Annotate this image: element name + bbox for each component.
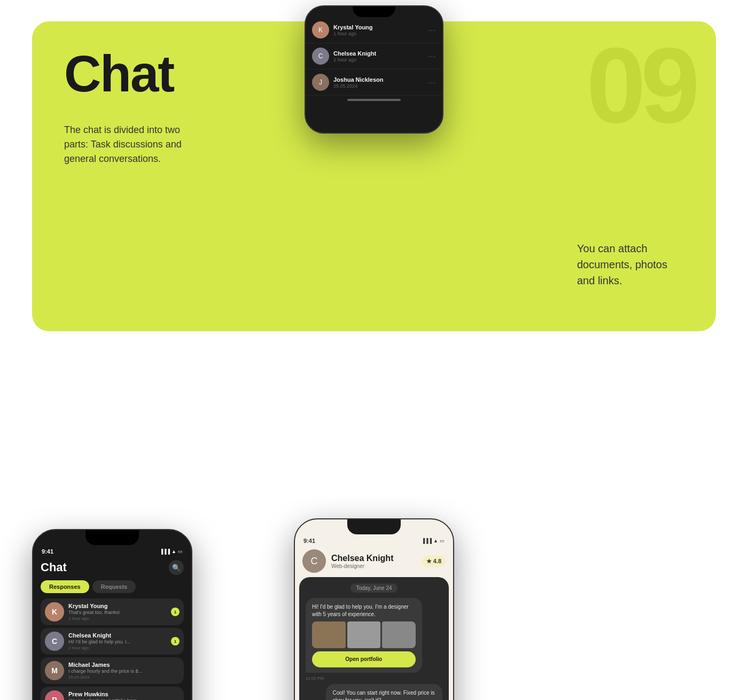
status-bar-center: 9:41 ▐▐▐ ▲ ▭ bbox=[295, 534, 453, 545]
more-icon[interactable]: ··· bbox=[428, 26, 436, 34]
chat-item-info: Michael James I charge hourly and the pr… bbox=[68, 662, 180, 680]
signal-icon: ▐▐▐ bbox=[422, 538, 432, 543]
rating-badge: ★ 4.8 bbox=[422, 556, 446, 567]
message-sent-0: Cool! You can start right now. Fixed pri… bbox=[306, 684, 442, 700]
contact-time: 1 hour ago bbox=[333, 31, 373, 36]
notch-center bbox=[347, 519, 401, 534]
conv-header: C Chelsea Knight Web-designer ★ 4.8 bbox=[295, 545, 453, 577]
phone-chat-list: 9:41 ▐▐▐ ▲ ▭ Chat 🔍 Responses Requests bbox=[32, 529, 192, 700]
tab-row: Responses Requests bbox=[41, 580, 184, 593]
more-icon[interactable]: ··· bbox=[428, 78, 436, 87]
battery-icon: ▭ bbox=[440, 538, 445, 543]
rating-value: 4.8 bbox=[433, 558, 441, 564]
portfolio-img-3 bbox=[382, 621, 416, 648]
message-bubble-sent: Cool! You can start right now. Fixed pri… bbox=[326, 684, 442, 700]
phone-top: K Krystal Young 1 hour ago ··· C Chelsea… bbox=[305, 5, 443, 134]
chat-item-msg: I charge hourly and the price is $... bbox=[68, 668, 180, 674]
wifi-icon: ▲ bbox=[172, 549, 176, 554]
portfolio-img-2 bbox=[347, 621, 381, 648]
chat-item-1[interactable]: C Chelsea Knight Hi! I'd be glad to help… bbox=[41, 628, 184, 655]
green-card: Chat The chat is divided into two parts:… bbox=[32, 21, 716, 331]
chat-screen-header: Chat 🔍 bbox=[41, 560, 184, 575]
chat-item-msg: You can check my portfolio here bbox=[68, 698, 180, 700]
battery-icon: ▭ bbox=[178, 549, 183, 554]
mini-contact-1: K Krystal Young 1 hour ago ··· bbox=[306, 17, 442, 43]
avatar: C bbox=[312, 48, 329, 65]
wifi-icon: ▲ bbox=[433, 538, 438, 543]
mini-contact-2: C Chelsea Knight 2 hour ago ··· bbox=[306, 43, 442, 69]
chat-item-name: Chelsea Knight bbox=[68, 632, 167, 639]
chat-item-info: Chelsea Knight Hi! I'd be glad to help y… bbox=[68, 632, 167, 650]
chat-item-name: Prew Huwkins bbox=[68, 691, 180, 697]
message-time: 12:00 PM bbox=[306, 676, 442, 681]
attach-description: You can attach documents, photos and lin… bbox=[577, 240, 684, 289]
chat-item-msg: Hi! I'd be glad to help you. I... bbox=[68, 639, 167, 644]
tab-responses[interactable]: Responses bbox=[41, 580, 89, 593]
search-button[interactable]: 🔍 bbox=[169, 560, 184, 575]
message-text: Hi! I'd be glad to help you. I'm a desig… bbox=[312, 604, 409, 617]
status-bar-left: 9:41 ▐▐▐ ▲ ▭ bbox=[33, 545, 191, 556]
open-portfolio-button[interactable]: Open portfolio bbox=[312, 651, 416, 667]
more-icon[interactable]: ··· bbox=[428, 52, 436, 60]
message-text: Cool! You can start right now. Fixed pri… bbox=[332, 690, 434, 700]
messages-area: Today, June 24 Hi! I'd be glad to help y… bbox=[299, 577, 449, 700]
contact-name: Chelsea Knight bbox=[333, 50, 376, 57]
page-subtitle: The chat is divided into two parts: Task… bbox=[64, 123, 192, 166]
chat-item-3[interactable]: P Prew Huwkins You can check my portfoli… bbox=[41, 687, 184, 700]
page-wrapper: Chat The chat is divided into two parts:… bbox=[0, 0, 748, 700]
chat-item-time: 25.05.2024 bbox=[68, 675, 180, 680]
avatar: K bbox=[312, 21, 329, 38]
notch-left bbox=[85, 530, 139, 545]
conv-avatar: C bbox=[302, 549, 326, 573]
avatar: J bbox=[312, 74, 329, 91]
avatar: M bbox=[45, 661, 64, 680]
chat-item-time: 1 hour ago bbox=[68, 616, 167, 621]
bottom-area: 9:41 ▐▐▐ ▲ ▭ Chat 🔍 Responses Requests bbox=[0, 379, 748, 700]
conv-name: Chelsea Knight bbox=[331, 554, 393, 563]
page-title: Chat bbox=[64, 48, 174, 99]
chat-screen: Chat 🔍 Responses Requests K Krystal Youn… bbox=[33, 556, 191, 700]
chat-item-0[interactable]: K Krystal Young That's great too, thanks… bbox=[41, 598, 184, 625]
status-icons: ▐▐▐ ▲ ▭ bbox=[422, 538, 445, 543]
contact-time: 25.05.2024 bbox=[333, 83, 384, 89]
chat-item-name: Michael James bbox=[68, 662, 180, 668]
unread-badge: 1 bbox=[171, 608, 180, 616]
chat-item-info: Prew Huwkins You can check my portfolio … bbox=[68, 691, 180, 700]
conv-role: Web-designer bbox=[331, 563, 393, 569]
status-time: 9:41 bbox=[303, 538, 315, 544]
chat-screen-title: Chat bbox=[41, 561, 67, 574]
chat-item-2[interactable]: M Michael James I charge hourly and the … bbox=[41, 657, 184, 684]
conv-contact-info: Chelsea Knight Web-designer bbox=[331, 554, 393, 569]
signal-icon: ▐▐▐ bbox=[160, 549, 170, 554]
avatar: K bbox=[45, 602, 64, 621]
status-icons: ▐▐▐ ▲ ▭ bbox=[160, 549, 183, 554]
contact-time: 2 hour ago bbox=[333, 57, 376, 63]
phone-conversation: 9:41 ▐▐▐ ▲ ▭ C Chelsea Knight Web-design… bbox=[294, 518, 454, 700]
notch-top bbox=[353, 6, 395, 17]
home-indicator bbox=[347, 99, 401, 101]
contact-name: Krystal Young bbox=[333, 24, 373, 30]
portfolio-img-1 bbox=[312, 621, 346, 648]
avatar: C bbox=[45, 632, 64, 651]
message-bubble: Hi! I'd be glad to help you. I'm a desig… bbox=[306, 598, 422, 673]
chat-item-msg: That's great too, thanks! bbox=[68, 610, 167, 615]
section-number: 09 bbox=[587, 32, 695, 139]
chat-item-name: Krystal Young bbox=[68, 603, 167, 609]
chat-item-time: 2 hour ago bbox=[68, 645, 167, 650]
avatar: P bbox=[45, 690, 64, 700]
unread-badge: 1 bbox=[171, 637, 180, 645]
status-time: 9:41 bbox=[42, 548, 53, 555]
date-label: Today, June 24 bbox=[350, 584, 397, 593]
star-icon: ★ bbox=[426, 558, 432, 565]
portfolio-images bbox=[312, 621, 416, 648]
message-received-0: Hi! I'd be glad to help you. I'm a desig… bbox=[306, 598, 442, 681]
tab-requests[interactable]: Requests bbox=[92, 580, 136, 593]
mini-contact-3: J Joshua Nickleson 25.05.2024 ··· bbox=[306, 69, 442, 96]
contact-name: Joshua Nickleson bbox=[333, 76, 384, 83]
chat-item-info: Krystal Young That's great too, thanks! … bbox=[68, 603, 167, 621]
